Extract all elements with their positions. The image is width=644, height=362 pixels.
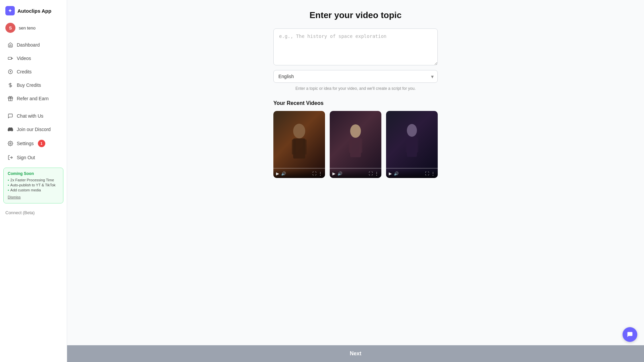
user-row: S sen teno	[0, 19, 67, 38]
main-content: Enter your video topic English Spanish F…	[67, 0, 644, 362]
discord-icon	[7, 126, 13, 132]
fullscreen-icon[interactable]: ⛶	[312, 171, 316, 176]
chat-fab-icon	[627, 331, 633, 338]
videos-grid: ▶ 🔊 ⛶ ⋮ ▶	[273, 111, 438, 178]
next-button[interactable]: Next	[67, 345, 644, 362]
fullscreen-icon[interactable]: ⛶	[369, 171, 373, 176]
more-icon[interactable]: ⋮	[318, 171, 322, 176]
sidebar-item-label: Settings	[17, 141, 34, 146]
topic-textarea[interactable]	[273, 28, 438, 65]
video-icon	[7, 55, 13, 61]
next-button-label: Next	[350, 351, 362, 357]
sidebar-item-label: Videos	[17, 56, 31, 61]
video-progress-bar	[330, 168, 381, 169]
more-icon[interactable]: ⋮	[431, 171, 435, 176]
svg-rect-15	[359, 139, 362, 153]
sidebar-item-label: Credits	[17, 69, 32, 74]
coming-soon-list: 2x Faster Processing Time Auto-publish t…	[8, 178, 59, 192]
svg-point-6	[10, 143, 11, 144]
sidebar-item-label: Sign Out	[17, 155, 35, 160]
video-controls: ▶ 🔊 ⛶ ⋮	[330, 169, 381, 178]
chat-fab-button[interactable]	[623, 327, 637, 342]
sidebar-item-label: Buy Credits	[17, 82, 41, 88]
video-card[interactable]: ▶ 🔊 ⛶ ⋮	[273, 111, 325, 178]
sidebar-item-label: Dashboard	[17, 42, 40, 48]
coming-soon-box: Coming Soon 2x Faster Processing Time Au…	[3, 168, 63, 203]
sidebar-item-videos[interactable]: Videos	[2, 52, 65, 65]
logo-text: Autoclips App	[17, 8, 51, 14]
sidebar-item-discord[interactable]: Join our Discord	[2, 123, 65, 136]
sidebar: ✦ Autoclips App S sen teno Dashboard Vid…	[0, 0, 67, 362]
sidebar-item-dashboard[interactable]: Dashboard	[2, 39, 65, 51]
svg-point-12	[350, 124, 361, 138]
coming-soon-item: 2x Faster Processing Time	[8, 178, 59, 182]
sidebar-item-label: Chat with Us	[17, 113, 43, 119]
svg-marker-1	[11, 58, 12, 59]
svg-rect-0	[8, 57, 11, 60]
logo-icon: ✦	[5, 6, 15, 15]
volume-icon[interactable]: 🔊	[281, 171, 286, 176]
avatar: S	[5, 23, 15, 33]
gear-icon	[7, 140, 13, 146]
signout-icon	[7, 155, 13, 161]
video-progress-bar	[273, 168, 325, 169]
coming-soon-title: Coming Soon	[8, 171, 59, 176]
sidebar-item-refer-earn[interactable]: Refer and Earn	[2, 92, 65, 105]
play-icon[interactable]: ▶	[332, 171, 335, 176]
dollar-icon	[7, 82, 13, 88]
svg-point-8	[293, 124, 305, 138]
sidebar-item-label: Join our Discord	[17, 127, 51, 132]
dismiss-link[interactable]: Dismiss	[8, 195, 21, 199]
svg-rect-18	[406, 138, 409, 153]
page-title: Enter your video topic	[80, 10, 631, 20]
video-controls: ▶ 🔊 ⛶ ⋮	[273, 169, 325, 178]
more-icon[interactable]: ⋮	[375, 171, 379, 176]
fullscreen-icon[interactable]: ⛶	[425, 171, 429, 176]
svg-rect-10	[292, 139, 296, 155]
language-select-wrap: English Spanish French German Japanese C…	[273, 70, 438, 83]
play-icon[interactable]: ▶	[389, 171, 392, 176]
video-card[interactable]: ▶ 🔊 ⛶ ⋮	[330, 111, 381, 178]
sidebar-item-credits[interactable]: Credits	[2, 65, 65, 78]
sidebar-item-buy-credits[interactable]: Buy Credits	[2, 79, 65, 92]
video-controls: ▶ 🔊 ⛶ ⋮	[386, 169, 438, 178]
sidebar-item-sign-out[interactable]: Sign Out	[2, 151, 65, 164]
home-icon	[7, 42, 13, 48]
gift-icon	[7, 96, 13, 102]
volume-icon[interactable]: 🔊	[337, 171, 342, 176]
sidebar-item-settings[interactable]: Settings 1	[2, 136, 65, 150]
svg-rect-14	[349, 139, 352, 153]
logo-area: ✦ Autoclips App	[0, 0, 67, 19]
helper-text: Enter a topic or idea for your video, an…	[273, 86, 438, 91]
svg-rect-11	[303, 139, 307, 155]
recent-videos-title: Your Recent Videos	[273, 100, 438, 106]
svg-rect-19	[415, 138, 418, 153]
play-icon[interactable]: ▶	[276, 171, 279, 176]
coin-icon	[7, 69, 13, 75]
coming-soon-item: Auto-publish to YT & TikTok	[8, 183, 59, 187]
coming-soon-item: Add custom media	[8, 188, 59, 192]
user-name-label: sen teno	[19, 25, 36, 31]
settings-badge: 1	[38, 140, 45, 147]
chat-icon	[7, 113, 13, 119]
connect-beta-link[interactable]: Connect (Beta)	[0, 207, 67, 219]
sidebar-item-label: Refer and Earn	[17, 96, 49, 101]
svg-point-16	[407, 124, 417, 137]
video-card[interactable]: ▶ 🔊 ⛶ ⋮	[386, 111, 438, 178]
video-progress-bar	[386, 168, 438, 169]
sidebar-item-chat[interactable]: Chat with Us	[2, 110, 65, 122]
volume-icon[interactable]: 🔊	[394, 171, 399, 176]
language-select[interactable]: English Spanish French German Japanese C…	[273, 70, 438, 83]
